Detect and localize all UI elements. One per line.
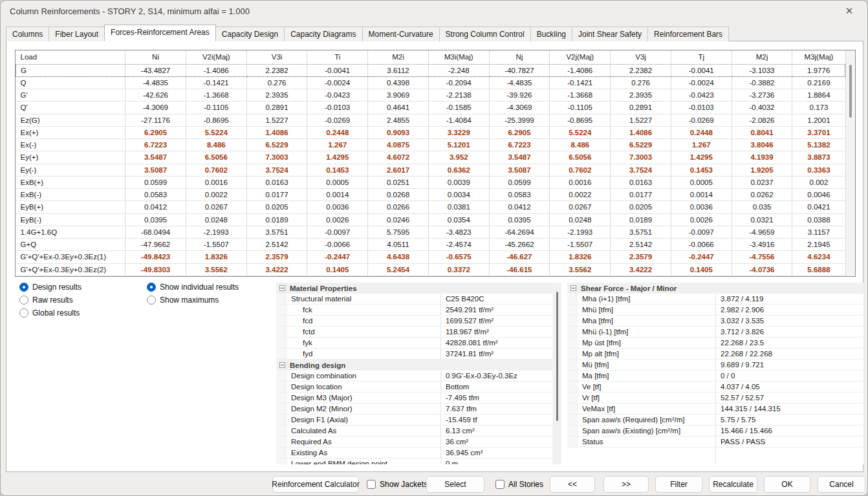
select-button[interactable]: Select bbox=[426, 476, 484, 493]
property-row-vemax-tf[interactable]: VeMax [tf]144.315 / 144.315 bbox=[567, 404, 863, 415]
property-row-fcd[interactable]: fcd1699.527 tf/m² bbox=[276, 316, 552, 327]
reinforcement-calculator-button[interactable]: Reinforcement Calculator bbox=[272, 476, 359, 493]
tab-capacity-design[interactable]: Capacity Design bbox=[215, 27, 285, 41]
property-row-design-m3-major[interactable]: Design M3 (Major)-7.495 tfm bbox=[276, 393, 552, 404]
table-row-1-4g-1-6q[interactable]: 1.4G+1.6Q-68.0494-2.19933.5751-0.00975.7… bbox=[16, 226, 845, 238]
property-row-design-f1-axial[interactable]: Design F1 (Axial)-15.459 tf bbox=[276, 415, 552, 426]
table-row-q[interactable]: Q-4.4835-0.14210.276-0.00240.4398-0.2094… bbox=[16, 76, 845, 89]
property-row-mh-tfm[interactable]: Mhü [tfm]2.982 / 2.906 bbox=[567, 305, 863, 316]
table-row-g-q-ex-0-3ey-0-3ez-2[interactable]: G'+Q'+Ex-0.3Ey+0.3Ez(2)-49.83033.55623.4… bbox=[16, 263, 845, 276]
property-row-ve-tf[interactable]: Ve [tf]4.037 / 4.05 bbox=[567, 382, 863, 393]
radio-button-icon[interactable] bbox=[19, 296, 28, 305]
tab-forces-reinforcement-areas[interactable]: Forces-Reinforcement Areas bbox=[104, 25, 216, 41]
property-row-fctd[interactable]: fctd118.967 tf/m² bbox=[276, 327, 552, 338]
property-row-vr-tf[interactable]: Vr [tf]52.57 / 52.57 bbox=[567, 393, 863, 404]
column-header-m2j[interactable]: M2j bbox=[732, 50, 792, 64]
radio-global-results[interactable]: Global results bbox=[19, 308, 80, 318]
property-row-status[interactable]: StatusPASS / PASS bbox=[567, 437, 863, 447]
column-header-tj[interactable]: Tj bbox=[671, 50, 732, 64]
table-row-g[interactable]: G-43.4827-1.40862.2382-0.00413.6112-2.24… bbox=[16, 64, 845, 76]
scrollbar-thumb[interactable] bbox=[556, 292, 558, 421]
tab-reinforcement-bars[interactable]: Reinforcement Bars bbox=[647, 27, 729, 41]
collapse-icon[interactable] bbox=[279, 362, 285, 368]
checkbox-icon[interactable] bbox=[495, 480, 505, 489]
property-row-fyk[interactable]: fyk42828.081 tf/m² bbox=[276, 338, 552, 349]
cancel-button[interactable]: Cancel bbox=[818, 476, 865, 493]
property-row-design-m2-minor[interactable]: Design M2 (Minor)7.637 tfm bbox=[276, 404, 552, 415]
tab-fiber-layout[interactable]: Fiber Layout bbox=[49, 27, 105, 41]
property-row-calculated-as[interactable]: Calculated As6.13 cm² bbox=[276, 426, 552, 437]
tab-strong-column-control[interactable]: Strong Column Control bbox=[439, 27, 531, 41]
column-header-m3i-maj[interactable]: M3i(Maj) bbox=[428, 50, 489, 64]
property-row-m-tfm[interactable]: Mü [tfm]9.689 / 9.721 bbox=[567, 360, 863, 371]
column-header-load[interactable]: Load bbox=[16, 50, 125, 64]
-button[interactable]: >> bbox=[603, 476, 649, 493]
radio-design-results[interactable]: Design results bbox=[19, 282, 81, 292]
tab-columns[interactable]: Columns bbox=[6, 27, 49, 41]
table-row-ey[interactable]: Ey(-)3.50870.76023.75240.14532.60170.636… bbox=[16, 164, 845, 176]
show-jackets-checkbox[interactable]: Show Jackets bbox=[367, 478, 428, 491]
tab-capacity-diagrams[interactable]: Capacity Diagrams bbox=[284, 27, 362, 41]
table-row-ey[interactable]: Ey(+)3.54876.50567.30031.42954.60723.952… bbox=[16, 151, 845, 164]
table-row-exb[interactable]: ExB(+)0.05990.00160.01630.00050.02510.00… bbox=[16, 176, 845, 188]
column-header-v3j[interactable]: V3j bbox=[611, 50, 671, 64]
table-row-eyb[interactable]: EyB(-)0.03950.02480.01890.00260.02460.03… bbox=[16, 213, 845, 226]
panel-vertical-scrollbar[interactable] bbox=[552, 283, 561, 464]
table-row-exb[interactable]: ExB(-)0.05830.00220.01770.00140.02680.00… bbox=[16, 189, 845, 201]
tab-buckling[interactable]: Buckling bbox=[530, 27, 572, 41]
property-row-mha-i-1-tfm[interactable]: Mha (i+1) [tfm]3.872 / 4.119 bbox=[567, 294, 863, 305]
checkbox-icon[interactable] bbox=[367, 480, 376, 489]
table-row-ex[interactable]: Ex(-)6.72238.4866.52291.2674.08755.12016… bbox=[16, 139, 845, 151]
property-row-mp-st-tfm[interactable]: Mp üst [tfm]22.268 / 23.5 bbox=[567, 338, 863, 349]
table-row-ez-g[interactable]: Ez(G)-27.1176-0.86951.5227-0.02692.4855-… bbox=[16, 114, 845, 126]
-button[interactable]: << bbox=[550, 476, 595, 493]
property-row-mh-i-1-tfm[interactable]: Mhü (i-1) [tfm]3.712 / 3.826 bbox=[567, 327, 863, 338]
property-row-design-combination[interactable]: Design combination0.9G'-Ex-0.3Ey-0.3Ez bbox=[276, 371, 552, 382]
table-row-g-q[interactable]: G+Q-47.9662-1.55072.5142-0.00664.0511-2.… bbox=[16, 239, 845, 251]
collapse-icon[interactable] bbox=[570, 285, 576, 291]
scrollbar-thumb[interactable] bbox=[849, 65, 852, 118]
column-header-v2j-maj[interactable]: V2j(Maj) bbox=[550, 50, 611, 64]
property-row-fyd[interactable]: fyd37241.81 tf/m² bbox=[276, 349, 552, 360]
table-row-eyb[interactable]: EyB(+)0.04120.02670.02050.00360.02660.03… bbox=[16, 201, 845, 213]
column-header-nj[interactable]: Nj bbox=[489, 50, 550, 64]
filter-button[interactable]: Filter bbox=[655, 476, 702, 493]
property-row-ma-tfm[interactable]: Ma [tfm]0 / 0 bbox=[567, 371, 863, 382]
property-row-required-as[interactable]: Required As36 cm² bbox=[276, 437, 552, 447]
property-row-span-asw-s-required-cm-m[interactable]: Span asw/s (Required) [cm²/m]5.75 / 5.75 bbox=[567, 415, 863, 426]
property-row-mp-alt-tfm[interactable]: Mp alt [tfm]22.268 / 22.268 bbox=[567, 349, 863, 360]
column-header-m2i[interactable]: M2i bbox=[368, 50, 429, 64]
table-row-ex[interactable]: Ex(+)6.29055.52241.40860.24480.90933.322… bbox=[16, 126, 845, 138]
table-row-g[interactable]: G'-42.626-1.36682.3935-0.04233.9069-2.21… bbox=[16, 89, 845, 102]
radio-button-icon[interactable] bbox=[147, 296, 156, 305]
column-header-ti[interactable]: Ti bbox=[307, 50, 368, 64]
tab-joint-shear-safety[interactable]: Joint Shear Safety bbox=[572, 27, 648, 41]
tab-moment-curvature[interactable]: Moment-Curvature bbox=[362, 27, 440, 41]
property-row-fck[interactable]: fck2549.291 tf/m² bbox=[276, 305, 552, 316]
property-row-span-asw-s-existing-cm-m[interactable]: Span asw/s (Existing) [cm²/m]15.466 / 15… bbox=[567, 426, 863, 437]
property-row-structural-material[interactable]: Structural materialC25 B420C bbox=[276, 294, 552, 305]
column-header-ni[interactable]: Ni bbox=[125, 50, 186, 64]
radio-show-maximums[interactable]: Show maximums bbox=[147, 295, 219, 305]
close-icon[interactable]: ✕ bbox=[840, 5, 858, 17]
titlebar[interactable]: Column Reinforcements - STORY 2, S14, mi… bbox=[1, 1, 867, 21]
property-row-lower-end-bmm-design-point[interactable]: Lower end BMM design point0 m bbox=[276, 458, 552, 464]
column-header-m3j-maj[interactable]: M3j(Maj) bbox=[792, 50, 845, 64]
radio-button-icon[interactable] bbox=[19, 283, 28, 292]
radio-show-individual-results[interactable]: Show individual results bbox=[147, 282, 239, 292]
table-vertical-scrollbar[interactable] bbox=[845, 50, 855, 276]
property-row-existing-as[interactable]: Existing As36.945 cm² bbox=[276, 447, 552, 458]
recalculate-button[interactable]: Recalculate bbox=[709, 476, 757, 493]
all-stories-checkbox[interactable]: All Stories bbox=[495, 478, 543, 491]
property-row-design-location[interactable]: Design locationBottom bbox=[276, 382, 552, 393]
ok-button[interactable]: OK bbox=[764, 476, 810, 493]
radio-button-icon[interactable] bbox=[19, 308, 28, 318]
table-row-g-q-ex-0-3ey-0-3ez-1[interactable]: G'+Q'+Ex-0.3Ey+0.3Ez(1)-49.84231.83262.3… bbox=[16, 251, 845, 263]
column-header-v3i[interactable]: V3i bbox=[246, 50, 307, 64]
collapse-icon[interactable] bbox=[279, 285, 285, 291]
table-row-q[interactable]: Q'-4.3069-0.11050.2891-0.01030.4641-0.15… bbox=[16, 102, 845, 114]
column-header-v2i-maj[interactable]: V2i(Maj) bbox=[186, 50, 246, 64]
property-row-mha-tfm[interactable]: Mha [tfm]3.032 / 3.535 bbox=[567, 316, 863, 327]
radio-raw-results[interactable]: Raw results bbox=[19, 295, 73, 305]
radio-button-icon[interactable] bbox=[147, 283, 156, 292]
